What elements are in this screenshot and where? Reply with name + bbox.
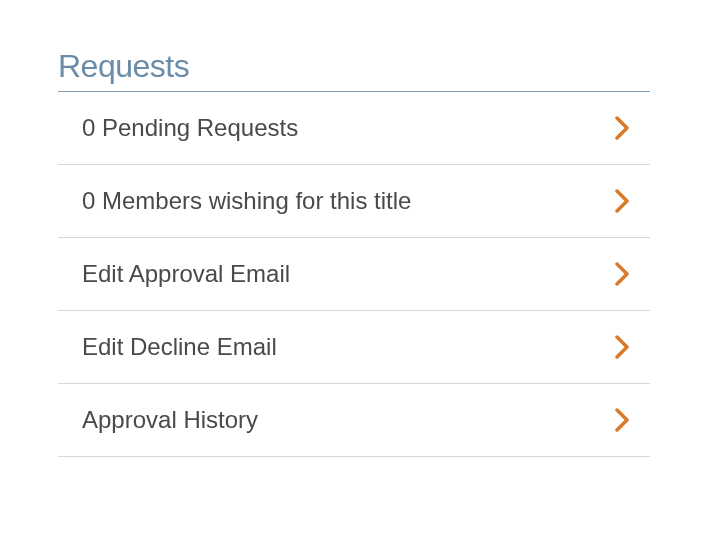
- chevron-right-icon: [615, 189, 630, 213]
- list-item[interactable]: Edit Decline Email: [58, 311, 650, 384]
- list-item[interactable]: 0 Pending Requests: [58, 92, 650, 165]
- requests-list: 0 Pending Requests 0 Members wishing for…: [58, 92, 650, 457]
- section-title: Requests: [58, 48, 650, 92]
- list-item-label: Approval History: [82, 406, 258, 434]
- list-item[interactable]: 0 Members wishing for this title: [58, 165, 650, 238]
- list-item-label: Edit Approval Email: [82, 260, 290, 288]
- list-item-label: Edit Decline Email: [82, 333, 277, 361]
- chevron-right-icon: [615, 116, 630, 140]
- list-item-label: 0 Members wishing for this title: [82, 187, 411, 215]
- list-item-label: 0 Pending Requests: [82, 114, 298, 142]
- list-item[interactable]: Edit Approval Email: [58, 238, 650, 311]
- chevron-right-icon: [615, 335, 630, 359]
- chevron-right-icon: [615, 262, 630, 286]
- list-item[interactable]: Approval History: [58, 384, 650, 457]
- chevron-right-icon: [615, 408, 630, 432]
